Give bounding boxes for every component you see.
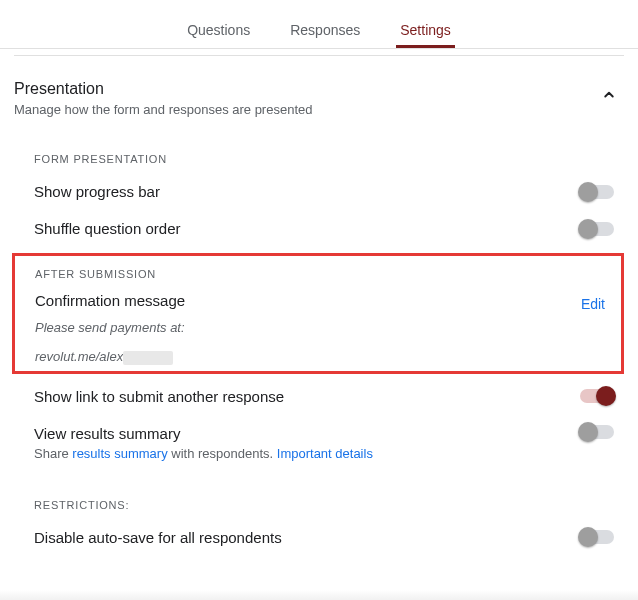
presentation-section-header[interactable]: Presentation Manage how the form and res… [14, 56, 624, 125]
tab-settings[interactable]: Settings [396, 22, 455, 48]
progress-bar-label: Show progress bar [34, 183, 160, 200]
toggle-view-results[interactable] [580, 425, 614, 439]
tab-responses[interactable]: Responses [286, 22, 364, 48]
important-details-link[interactable]: Important details [277, 446, 373, 461]
row-progress-bar: Show progress bar [14, 173, 624, 210]
results-summary-link[interactable]: results summary [72, 446, 167, 461]
row-auto-save: Disable auto-save for all respondents [14, 519, 624, 556]
confirmation-title: Confirmation message [35, 292, 185, 309]
chevron-up-icon[interactable] [600, 86, 618, 104]
restrictions-label: RESTRICTIONS: [34, 499, 624, 511]
toggle-auto-save[interactable] [580, 530, 614, 544]
toggle-shuffle[interactable] [580, 222, 614, 236]
submit-another-label: Show link to submit another response [34, 388, 284, 405]
row-view-results: View results summary Share results summa… [14, 415, 624, 471]
form-presentation-label: FORM PRESENTATION [34, 153, 624, 165]
section-subtitle: Manage how the form and responses are pr… [14, 102, 312, 117]
tab-questions[interactable]: Questions [183, 22, 254, 48]
row-submit-another: Show link to submit another response [14, 378, 624, 415]
after-submission-highlight: AFTER SUBMISSION Confirmation message Ed… [12, 253, 624, 374]
edit-button[interactable]: Edit [575, 292, 611, 316]
auto-save-label: Disable auto-save for all respondents [34, 529, 282, 546]
toggle-progress-bar[interactable] [580, 185, 614, 199]
redacted-text [123, 351, 173, 365]
after-submission-label: AFTER SUBMISSION [35, 268, 621, 280]
bottom-shadow [0, 590, 638, 600]
confirmation-line1: Please send payments at: [35, 320, 621, 335]
view-results-label: View results summary [34, 425, 373, 442]
confirmation-line2: revolut.me/alex [35, 349, 123, 364]
tabs: Questions Responses Settings [0, 0, 638, 49]
shuffle-label: Shuffle question order [34, 220, 181, 237]
toggle-submit-another[interactable] [580, 389, 614, 403]
row-shuffle: Shuffle question order [14, 210, 624, 247]
view-results-sub: Share results summary with respondents. … [34, 446, 373, 461]
section-title: Presentation [14, 80, 312, 98]
